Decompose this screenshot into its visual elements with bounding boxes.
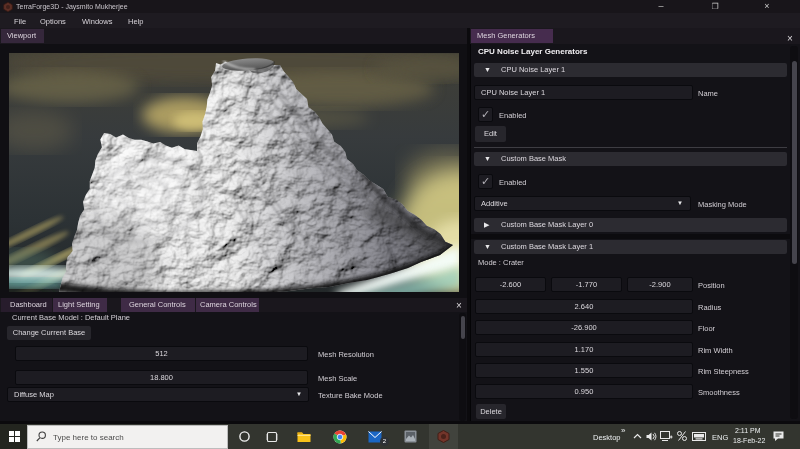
delete-button[interactable]: Delete — [476, 404, 506, 419]
mesh-heading: CPU Noise Layer Generators — [478, 47, 587, 56]
tray-app-icon[interactable] — [676, 430, 688, 442]
keyboard-icon[interactable] — [692, 432, 706, 441]
name-label: Name — [698, 89, 718, 98]
dashboard-scrollbar[interactable] — [459, 313, 466, 421]
header-label: Custom Base Mask Layer 1 — [501, 240, 593, 254]
noise-enabled-checkbox[interactable]: ✓ — [478, 107, 493, 122]
tab-light-setting[interactable]: Light Setting — [53, 298, 107, 312]
search-placeholder: Type here to search — [53, 433, 124, 442]
position-y-input[interactable]: -1.770 — [551, 277, 622, 292]
mail-badge: 2 — [380, 437, 389, 446]
scrollbar-handle[interactable] — [792, 61, 797, 264]
position-x-input[interactable]: -2.600 — [475, 277, 546, 292]
noise-enabled-label: Enabled — [499, 111, 527, 120]
mesh-generators-panel: CPU Noise Layer Generators ▼ CPU Noise L… — [470, 44, 800, 421]
masking-mode-combo[interactable]: Additive — [474, 196, 691, 211]
cortana-icon[interactable] — [238, 430, 251, 443]
viewport-tab-bar: Viewport — [0, 28, 467, 44]
minimize-button[interactable]: – — [644, 0, 678, 13]
tab-viewport[interactable]: Viewport — [1, 29, 44, 43]
mesh-scale-label: Mesh Scale — [318, 374, 357, 383]
close-button[interactable]: × — [750, 0, 784, 13]
smoothness-label: Smoothness — [698, 388, 740, 397]
collapse-closed-icon: ▶ — [484, 218, 489, 232]
dashboard-close-icon[interactable]: × — [456, 301, 462, 310]
dashboard-panel: Current Base Model : Default Plane Chang… — [0, 312, 467, 421]
collapse-open-icon: ▼ — [484, 63, 491, 77]
tray-date[interactable]: 18-Feb-22 — [733, 437, 765, 444]
terraforge-app-icon — [437, 430, 450, 443]
chrome-icon[interactable] — [333, 430, 347, 444]
texture-bake-mode-combo[interactable]: Diffuse Map — [7, 387, 309, 402]
tab-mesh-generators[interactable]: Mesh Generators — [471, 29, 553, 43]
radius-input[interactable]: 2.640 — [475, 299, 693, 314]
menu-help[interactable]: Help — [128, 17, 143, 26]
header-label: Custom Base Mask — [501, 152, 566, 166]
search-icon — [36, 431, 47, 442]
collapse-open-icon: ▼ — [484, 240, 491, 254]
mesh-close-icon[interactable]: × — [787, 34, 793, 43]
chevron-more-icon[interactable]: » — [621, 426, 625, 435]
separator — [474, 147, 787, 148]
viewport-3d-render[interactable] — [9, 53, 459, 292]
window-title: TerraForge3D - Jaysmito Mukherjee — [16, 3, 128, 10]
tab-camera-controls[interactable]: Camera Controls — [196, 298, 259, 312]
combo-arrow-icon: ▼ — [296, 391, 302, 397]
smoothness-input[interactable]: 0.950 — [475, 384, 693, 399]
taskbar: Type here to search 2 — [0, 424, 800, 449]
current-base-model-text: Current Base Model : Default Plane — [12, 314, 130, 322]
collapse-open-icon: ▼ — [484, 152, 491, 166]
title-bar: TerraForge3D - Jaysmito Mukherjee – ❐ × — [0, 0, 800, 13]
scrollbar-handle[interactable] — [461, 316, 465, 339]
tab-general-controls[interactable]: General Controls — [121, 298, 195, 312]
tray-expand-icon[interactable] — [633, 433, 642, 439]
layer-name-input[interactable]: CPU Noise Layer 1 — [474, 85, 693, 100]
tab-dashboard[interactable]: Dashboard — [1, 298, 52, 312]
screen: TerraForge3D - Jaysmito Mukherjee – ❐ × … — [0, 0, 800, 449]
section-gap — [471, 234, 790, 239]
menu-file[interactable]: File — [14, 17, 26, 26]
viewport-panel — [0, 44, 467, 298]
tray-desktop-label[interactable]: Desktop — [593, 433, 621, 442]
menu-windows[interactable]: Windows — [82, 17, 112, 26]
mesh-scale-input[interactable]: 18.800 — [15, 370, 308, 385]
floor-label: Floor — [698, 324, 715, 333]
tray-time[interactable]: 2:11 PM — [735, 427, 761, 434]
volume-icon[interactable] — [646, 431, 657, 442]
floor-input[interactable]: -26.900 — [475, 320, 693, 335]
taskbar-search[interactable]: Type here to search — [27, 425, 228, 449]
masking-mode-label: Masking Mode — [698, 200, 747, 209]
menu-options[interactable]: Options — [40, 17, 66, 26]
radius-label: Radius — [698, 303, 721, 312]
mask-enabled-checkbox[interactable]: ✓ — [478, 174, 493, 189]
edit-button[interactable]: Edit — [475, 126, 506, 142]
photos-app-icon[interactable] — [404, 430, 417, 443]
rim-steepness-input[interactable]: 1.550 — [475, 363, 693, 378]
mesh-scrollbar[interactable] — [790, 46, 798, 419]
rim-steepness-label: Rim Steepness — [698, 367, 749, 376]
rim-width-label: Rim Width — [698, 346, 733, 355]
change-current-base-button[interactable]: Change Current Base — [7, 326, 91, 340]
start-button[interactable] — [0, 424, 27, 449]
position-label: Position — [698, 281, 725, 290]
network-icon[interactable] — [660, 431, 673, 442]
combo-arrow-icon: ▼ — [677, 200, 683, 206]
rim-width-input[interactable]: 1.170 — [475, 342, 693, 357]
terraforge-taskbar-button[interactable] — [429, 424, 458, 449]
mesh-resolution-input[interactable]: 512 — [15, 346, 308, 361]
texture-bake-mode-label: Texture Bake Mode — [318, 391, 383, 400]
action-center-icon[interactable] — [772, 430, 785, 443]
header-label: CPU Noise Layer 1 — [501, 63, 565, 77]
noise-layer-header[interactable]: ▼ CPU Noise Layer 1 — [474, 63, 787, 77]
base-mask-header[interactable]: ▼ Custom Base Mask — [474, 152, 787, 166]
mask-enabled-label: Enabled — [499, 178, 527, 187]
tray-language[interactable]: ENG — [712, 433, 728, 442]
position-z-input[interactable]: -2.900 — [627, 277, 693, 292]
maximize-button[interactable]: ❐ — [698, 0, 732, 13]
app-icon — [3, 2, 13, 12]
header-label: Custom Base Mask Layer 0 — [501, 218, 593, 232]
file-explorer-icon[interactable] — [297, 430, 311, 443]
task-view-icon[interactable] — [266, 431, 278, 443]
mask-layer1-header[interactable]: ▼ Custom Base Mask Layer 1 — [474, 240, 787, 254]
mask-layer0-header[interactable]: ▶ Custom Base Mask Layer 0 — [474, 218, 787, 232]
